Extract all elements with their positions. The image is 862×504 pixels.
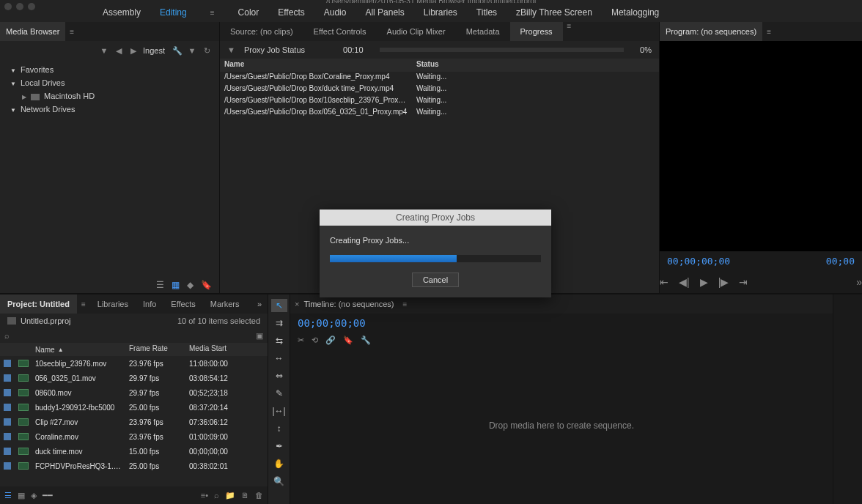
panel-menu-icon[interactable]: ≡ <box>65 28 78 36</box>
selected-icon[interactable] <box>4 462 11 470</box>
proxy-row[interactable]: /Users/Guest/Public/Drop Box/056_0325_01… <box>220 107 659 119</box>
tab-overflow-icon[interactable]: » <box>251 300 268 308</box>
icon-view-icon[interactable]: ▦ <box>18 491 25 500</box>
pen-tool-icon[interactable]: ✒ <box>271 440 287 453</box>
go-to-in-icon[interactable]: ⇤ <box>660 276 668 288</box>
rate-stretch-tool-icon[interactable]: ⇔ <box>271 369 287 382</box>
ripple-edit-tool-icon[interactable]: ⇆ <box>271 334 287 347</box>
workspace-menu-icon[interactable]: ≡ <box>206 9 219 17</box>
window-close-icon[interactable] <box>4 3 12 10</box>
dropdown-icon[interactable]: ▼ <box>99 45 109 56</box>
tag-icon[interactable]: 🔖 <box>201 280 212 290</box>
metadata-tab[interactable]: Metadata <box>456 22 510 41</box>
selected-icon[interactable] <box>4 360 11 367</box>
list-view-icon[interactable]: ☰ <box>156 280 164 290</box>
workspace-libraries[interactable]: Libraries <box>424 7 457 18</box>
list-view-icon[interactable]: ☰ <box>4 491 12 500</box>
hand-tool-icon[interactable]: ✋ <box>271 457 287 470</box>
column-header-name[interactable]: Name <box>35 346 55 354</box>
slide-tool-icon[interactable]: ↕ <box>271 422 287 435</box>
refresh-icon[interactable]: ↻ <box>202 45 212 56</box>
expand-icon[interactable]: ▼ <box>227 45 235 54</box>
proxy-row[interactable]: /Users/Guest/Public/Drop Box/Coraline_Pr… <box>220 72 659 84</box>
track-select-tool-icon[interactable]: ⇉ <box>271 316 287 330</box>
workspace-editing[interactable]: Editing <box>160 7 187 18</box>
automate-icon[interactable]: ≡• <box>201 491 208 500</box>
snap-icon[interactable]: ⟲ <box>312 336 318 345</box>
settings-icon[interactable]: 🔧 <box>361 336 371 345</box>
workspace-assembly[interactable]: Assembly <box>103 7 141 18</box>
selected-icon[interactable] <box>4 374 11 382</box>
selected-icon[interactable] <box>4 418 11 426</box>
program-tab[interactable]: Program: (no sequences) <box>660 22 762 41</box>
razor-tool-icon[interactable]: ✎ <box>271 387 287 400</box>
clip-row[interactable]: Clip #27.mov23.976 fps07:36:06:12 <box>0 415 268 429</box>
filter-icon[interactable]: ▼ <box>187 45 197 56</box>
proxy-row[interactable]: /Users/Guest/Public/Drop Box/duck time_P… <box>220 84 659 95</box>
proxy-row[interactable]: /Users/Guest/Public/Drop Box/10secblip_2… <box>220 95 659 107</box>
selected-icon[interactable] <box>4 389 11 396</box>
insert-icon[interactable]: ✂ <box>298 336 304 345</box>
column-header-status[interactable]: Status <box>412 59 443 72</box>
progress-tab[interactable]: Progress <box>510 22 563 41</box>
tree-macintosh-hd[interactable]: Macintosh HD <box>0 89 219 103</box>
nav-back-icon[interactable]: ◀ <box>114 45 124 56</box>
project-tab[interactable]: Project: Untitled <box>0 294 77 314</box>
freeform-view-icon[interactable]: ◈ <box>31 491 37 500</box>
timeline-timecode[interactable]: 00;00;00;00 <box>298 317 366 329</box>
tree-network-drives[interactable]: Network Drives <box>0 103 219 116</box>
linked-selection-icon[interactable]: 🔗 <box>325 336 336 345</box>
overflow-icon[interactable]: » <box>856 276 862 288</box>
selected-icon[interactable] <box>4 404 11 411</box>
tree-favorites[interactable]: Favorites <box>0 63 219 76</box>
column-header-name[interactable]: Name <box>220 59 412 72</box>
libraries-tab[interactable]: Libraries <box>90 294 136 314</box>
clip-row[interactable]: 10secblip_23976.mov23.976 fps11:08:00:00 <box>0 356 268 371</box>
clip-row[interactable]: FCPHDVProResHQ3-1.mo25.00 fps00:38:02:01 <box>0 459 268 473</box>
program-timecode-left[interactable]: 00;00;00;00 <box>667 256 730 267</box>
find-icon[interactable]: ⌕ <box>214 491 219 500</box>
close-icon[interactable]: × <box>295 300 299 308</box>
column-header-framerate[interactable]: Frame Rate <box>126 343 186 356</box>
nav-forward-icon[interactable]: ▶ <box>128 45 139 56</box>
window-zoom-icon[interactable] <box>28 3 35 10</box>
source-tab[interactable]: Source: (no clips) <box>220 22 303 41</box>
delete-icon[interactable]: 🗑 <box>255 491 263 500</box>
effects-tab[interactable]: Effects <box>163 294 202 314</box>
clip-row[interactable]: buddy1-290912-fbc500025.00 fps08:37:20:1… <box>0 400 268 415</box>
window-minimize-icon[interactable] <box>16 3 23 10</box>
new-bin-button-icon[interactable]: 📁 <box>225 491 235 500</box>
selected-icon[interactable] <box>4 433 11 440</box>
step-back-icon[interactable]: ◀| <box>679 276 690 288</box>
clip-row[interactable]: 08600.mov29.97 fps00;52;23;18 <box>0 385 268 400</box>
panel-menu-icon[interactable]: ≡ <box>399 300 412 308</box>
panel-menu-icon[interactable]: ≡ <box>762 28 776 36</box>
audio-mixer-tab[interactable]: Audio Clip Mixer <box>377 22 456 41</box>
slip-tool-icon[interactable]: |↔| <box>271 404 287 418</box>
effect-controls-tab[interactable]: Effect Controls <box>303 22 377 41</box>
panel-menu-icon[interactable]: ≡ <box>77 300 90 308</box>
new-bin-icon[interactable]: ▣ <box>256 331 263 341</box>
timeline-drop-zone[interactable]: Drop media here to create sequence. <box>290 347 833 504</box>
sort-icon[interactable]: ◆ <box>187 280 194 290</box>
new-item-icon[interactable]: 🗎 <box>241 491 249 500</box>
go-to-out-icon[interactable]: ⇥ <box>739 276 748 288</box>
workspace-zbilly[interactable]: zBilly Three Screen <box>516 7 592 18</box>
workspace-all-panels[interactable]: All Panels <box>365 7 404 18</box>
ingest-button[interactable]: Ingest <box>143 46 165 55</box>
panel-menu-icon[interactable]: ≡ <box>563 22 576 41</box>
play-icon[interactable]: ▶ <box>700 276 708 288</box>
workspace-effects[interactable]: Effects <box>278 7 304 18</box>
clip-row[interactable]: Coraline.mov23.976 fps01:00:09:00 <box>0 429 268 444</box>
wrench-icon[interactable]: 🔧 <box>172 45 183 56</box>
workspace-audio[interactable]: Audio <box>324 7 347 18</box>
info-tab[interactable]: Info <box>136 294 163 314</box>
zoom-tool-icon[interactable]: 🔍 <box>271 475 287 488</box>
search-input[interactable] <box>14 330 251 341</box>
workspace-color[interactable]: Color <box>238 7 259 18</box>
markers-tab[interactable]: Markers <box>203 294 247 314</box>
tree-local-drives[interactable]: Local Drives <box>0 76 219 89</box>
zoom-slider[interactable]: ━━ <box>43 491 69 500</box>
column-header-mediastart[interactable]: Media Start <box>186 343 229 356</box>
thumbnail-view-icon[interactable]: ▦ <box>172 280 180 290</box>
